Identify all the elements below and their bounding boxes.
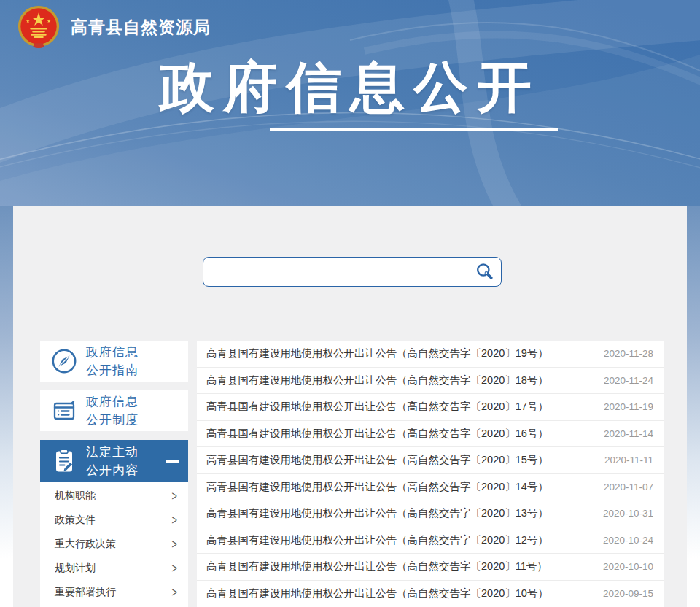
sidebar-item-gov-info-system[interactable]: 政府信息 公开制度 xyxy=(40,390,188,431)
announcement-date: 2020-10-24 xyxy=(603,535,653,546)
sidebar-item-label: 政府信息 公开指南 xyxy=(86,343,139,379)
announcement-row: 高青县国有建设用地使用权公开出让公告（高自然交告字〔2020〕15号） 2020… xyxy=(197,447,664,474)
sidebar-item-label: 政府信息 公开制度 xyxy=(86,393,139,429)
site-name: 高青县自然资源局 xyxy=(71,16,211,39)
book-icon xyxy=(50,396,79,425)
national-emblem-icon xyxy=(16,4,61,50)
sidebar-submenu: 机构职能 > 政策文件 > 重大行政决策 > 规划计划 > 重要部署执行 > xyxy=(40,482,188,607)
chevron-right-icon: > xyxy=(171,561,176,576)
announcement-date: 2020-11-11 xyxy=(604,455,653,465)
search-bar xyxy=(203,257,502,287)
compass-icon xyxy=(50,347,79,376)
announcement-list: 高青县国有建设用地使用权公开出让公告（高自然交告字〔2020〕19号） 2020… xyxy=(197,341,664,607)
chevron-right-icon: > xyxy=(171,513,176,527)
announcement-date: 2020-11-07 xyxy=(604,482,653,492)
submenu-item-policy-documents[interactable]: 政策文件 > xyxy=(40,508,188,532)
announcement-date: 2020-11-19 xyxy=(604,401,653,412)
announcement-link[interactable]: 高青县国有建设用地使用权公开出让公告（高自然交告字〔2020〕12号） xyxy=(206,533,548,547)
announcement-row: 高青县国有建设用地使用权公开出让公告（高自然交告字〔2020〕19号） 2020… xyxy=(197,341,664,368)
banner: 高青县自然资源局 政府信息公开 xyxy=(0,0,700,206)
announcement-link[interactable]: 高青县国有建设用地使用权公开出让公告（高自然交告字〔2020〕11号） xyxy=(206,560,548,573)
submenu-item-planning[interactable]: 规划计划 > xyxy=(40,556,188,580)
content-area: 政府信息 公开指南 政府信息 公开制度 xyxy=(13,206,687,607)
announcement-row: 高青县国有建设用地使用权公开出让公告（高自然交告字〔2020〕11号） 2020… xyxy=(197,554,664,581)
announcement-row: 高青县国有建设用地使用权公开出让公告（高自然交告字〔2020〕14号） 2020… xyxy=(197,474,664,501)
search-icon xyxy=(475,262,494,282)
announcement-link[interactable]: 高青县国有建设用地使用权公开出让公告（高自然交告字〔2020〕18号） xyxy=(206,374,548,387)
submenu-item-major-decisions[interactable]: 重大行政决策 > xyxy=(40,532,188,556)
search-input[interactable] xyxy=(203,258,467,286)
page-title: 政府信息公开 xyxy=(0,51,700,125)
title-underline xyxy=(270,128,558,131)
chevron-right-icon: > xyxy=(171,537,176,552)
announcement-date: 2020-10-10 xyxy=(603,561,653,572)
submenu-item-agency-functions[interactable]: 机构职能 > xyxy=(40,484,188,508)
brand: 高青县自然资源局 xyxy=(16,4,211,50)
announcement-date: 2020-11-14 xyxy=(604,428,653,439)
announcement-link[interactable]: 高青县国有建设用地使用权公开出让公告（高自然交告字〔2020〕14号） xyxy=(206,480,548,494)
announcement-row: 高青县国有建设用地使用权公开出让公告（高自然交告字〔2020〕10号） 2020… xyxy=(197,581,664,607)
chevron-right-icon: > xyxy=(171,585,176,600)
chevron-right-icon: > xyxy=(171,489,176,503)
announcement-row: 高青县国有建设用地使用权公开出让公告（高自然交告字〔2020〕18号） 2020… xyxy=(197,368,664,395)
announcement-link[interactable]: 高青县国有建设用地使用权公开出让公告（高自然交告字〔2020〕10号） xyxy=(206,587,548,600)
announcement-row: 高青县国有建设用地使用权公开出让公告（高自然交告字〔2020〕17号） 2020… xyxy=(197,394,664,421)
announcement-link[interactable]: 高青县国有建设用地使用权公开出让公告（高自然交告字〔2020〕13号） xyxy=(206,506,548,520)
announcement-row: 高青县国有建设用地使用权公开出让公告（高自然交告字〔2020〕16号） 2020… xyxy=(197,421,664,448)
sidebar-item-statutory-disclosure[interactable]: 法定主动 公开内容 xyxy=(40,440,188,482)
announcement-date: 2020-10-31 xyxy=(603,508,653,519)
announcement-row: 高青县国有建设用地使用权公开出让公告（高自然交告字〔2020〕13号） 2020… xyxy=(197,500,664,527)
announcement-link[interactable]: 高青县国有建设用地使用权公开出让公告（高自然交告字〔2020〕15号） xyxy=(206,453,548,467)
announcement-link[interactable]: 高青县国有建设用地使用权公开出让公告（高自然交告字〔2020〕19号） xyxy=(206,347,548,360)
search-button[interactable] xyxy=(467,258,501,286)
submenu-item-key-deployments[interactable]: 重要部署执行 > xyxy=(40,580,188,604)
clipboard-pen-icon xyxy=(50,446,79,476)
page: 高青县自然资源局 政府信息公开 政府信息 xyxy=(0,0,700,607)
announcement-link[interactable]: 高青县国有建设用地使用权公开出让公告（高自然交告字〔2020〕16号） xyxy=(206,427,548,441)
announcement-date: 2020-09-15 xyxy=(603,588,653,599)
sidebar-item-label: 法定主动 公开内容 xyxy=(86,443,139,479)
announcement-row: 高青县国有建设用地使用权公开出让公告（高自然交告字〔2020〕12号） 2020… xyxy=(197,527,664,554)
announcement-link[interactable]: 高青县国有建设用地使用权公开出让公告（高自然交告字〔2020〕17号） xyxy=(206,400,548,414)
announcement-date: 2020-11-24 xyxy=(604,375,653,386)
collapse-minus-icon[interactable] xyxy=(166,460,179,463)
sidebar-item-gov-info-guide[interactable]: 政府信息 公开指南 xyxy=(40,341,188,382)
announcement-date: 2020-11-28 xyxy=(604,348,653,359)
